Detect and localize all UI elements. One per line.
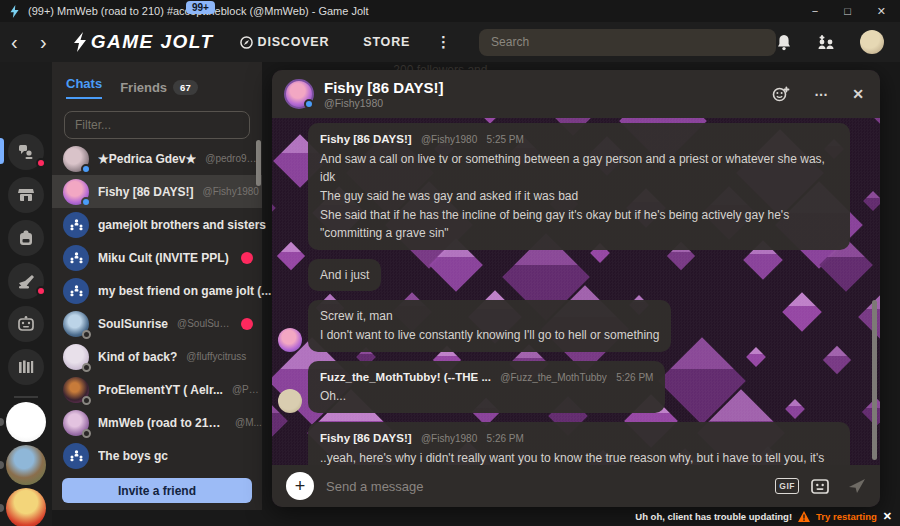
chat-header-avatar[interactable] bbox=[284, 79, 314, 109]
maximize-button[interactable]: □ bbox=[844, 6, 851, 17]
nav-back-button[interactable]: ‹ bbox=[0, 23, 29, 61]
chat-list-item-selected[interactable]: Fishy [86 DAYS!] @Fishy1980 bbox=[52, 175, 262, 208]
add-member-icon[interactable] bbox=[772, 86, 790, 102]
dismiss-status-icon[interactable]: ✕ bbox=[883, 510, 892, 523]
message-bubble: And i just bbox=[308, 259, 381, 292]
try-restarting-link[interactable]: Try restarting bbox=[816, 511, 877, 522]
friends-count-badge: 67 bbox=[173, 80, 198, 95]
user-avatar[interactable] bbox=[860, 30, 884, 54]
chat-list-item[interactable]: The boys gc bbox=[52, 439, 262, 472]
messages-list: Fishy [86 DAYS!] @Fishy1980 5:25 PM And … bbox=[272, 118, 880, 465]
top-navbar: ‹ › GAME JOLT DISCOVER STORE ⋮ bbox=[0, 22, 900, 62]
close-window-button[interactable]: ✕ bbox=[877, 6, 886, 17]
message-bubble: Fishy [86 DAYS!] @Fishy1980 5:25 PM And … bbox=[308, 123, 850, 250]
filter-box[interactable] bbox=[64, 111, 250, 139]
message-group: Fishy [86 DAYS!] @Fishy1980 5:25 PM And … bbox=[278, 123, 850, 250]
group-chat-icon bbox=[63, 245, 89, 271]
window-titlebar: (99+) MmWeb (road to 210) #acceptthebloc… bbox=[0, 0, 900, 22]
chat-list-item[interactable]: MmWeb (road to 210) ... @M... bbox=[52, 406, 262, 439]
gamejolt-logo[interactable]: GAME JOLT bbox=[72, 31, 214, 53]
message-bubble: Fuzz_the_MothTubby! (--THE ... @Fuzz_the… bbox=[308, 361, 665, 413]
online-dot bbox=[81, 197, 91, 207]
chat-message-area: Fishy [86 DAYS!] @Fishy1980 5:25 PM And … bbox=[272, 118, 880, 465]
online-dot bbox=[304, 99, 314, 109]
tab-friends[interactable]: Friends 67 bbox=[120, 80, 198, 95]
message-group: Fuzz_the_MothTubby! (--THE ... @Fuzz_the… bbox=[278, 361, 850, 413]
message-input[interactable] bbox=[326, 479, 775, 494]
rail-library-button[interactable] bbox=[8, 349, 44, 385]
chat-list: ★Pedrica Gdev★ @pedro9d1400 Fishy [86 DA… bbox=[52, 142, 262, 472]
chats-panel: Chats Friends 67 ★Pedrica Gdev★ @pedro9d… bbox=[52, 62, 262, 510]
rail-shop-button[interactable] bbox=[8, 177, 44, 213]
more-options-icon[interactable]: ⋯ bbox=[814, 87, 828, 101]
nav-kebab-menu[interactable]: ⋮ bbox=[436, 33, 451, 51]
rail-divider bbox=[14, 396, 38, 398]
filter-input[interactable] bbox=[75, 118, 239, 132]
chat-list-item[interactable]: Miku Cult (INVITE PPL) bbox=[52, 241, 262, 274]
search-bar[interactable] bbox=[479, 29, 776, 56]
message-group: Fishy [86 DAYS!] @Fishy1980 5:26 PM ..ye… bbox=[278, 422, 850, 465]
chat-list-item[interactable]: my best friend on game jolt (... bbox=[52, 274, 262, 307]
group-chat-icon bbox=[63, 212, 89, 238]
nav-forward-button[interactable]: › bbox=[29, 23, 58, 61]
chat-avatar bbox=[63, 410, 89, 436]
chat-avatar bbox=[63, 344, 89, 370]
robot-head-icon bbox=[16, 315, 36, 333]
storefront-icon bbox=[16, 185, 36, 205]
invite-friend-button[interactable]: Invite a friend bbox=[62, 478, 252, 503]
nav-store[interactable]: STORE bbox=[363, 35, 410, 49]
notifications-bell-icon[interactable] bbox=[776, 34, 792, 51]
notification-count-badge: 99+ bbox=[186, 1, 215, 14]
message-bubble: Fishy [86 DAYS!] @Fishy1980 5:26 PM ..ye… bbox=[308, 422, 850, 465]
sticker-picker-icon[interactable] bbox=[811, 478, 830, 495]
chat-handle: @Fishy1980 bbox=[324, 97, 443, 109]
search-input[interactable] bbox=[491, 35, 764, 49]
nav-discover[interactable]: DISCOVER bbox=[240, 35, 330, 49]
chat-title: Fishy [86 DAYS!] bbox=[324, 79, 443, 96]
chat-list-item[interactable]: ★Pedrica Gdev★ @pedro9d1400 bbox=[52, 142, 262, 175]
update-status-bar: Uh oh, client has trouble updating! Try … bbox=[635, 510, 892, 523]
chat-list-scrollbar[interactable] bbox=[256, 140, 261, 186]
close-chat-icon[interactable]: ✕ bbox=[852, 87, 864, 101]
status-message: Uh oh, client has trouble updating! bbox=[635, 511, 792, 522]
active-rail-indicator bbox=[0, 138, 4, 164]
chat-bubble-person-icon bbox=[16, 142, 36, 162]
group-chat-icon bbox=[63, 443, 89, 469]
minimize-button[interactable]: − bbox=[812, 6, 818, 17]
app-bolt-icon bbox=[8, 5, 21, 18]
message-avatar[interactable] bbox=[278, 328, 302, 352]
chat-avatar bbox=[63, 179, 89, 205]
rail-avatar-indicator bbox=[0, 418, 4, 426]
warning-triangle-icon bbox=[798, 511, 810, 522]
offline-ring bbox=[82, 396, 91, 405]
friend-requests-icon[interactable] bbox=[816, 34, 836, 50]
unread-dot bbox=[241, 318, 253, 330]
message-group: Screw it, man I don't want to live const… bbox=[278, 300, 850, 351]
messages-scrollbar[interactable] bbox=[872, 300, 877, 460]
rail-backpack-button[interactable] bbox=[8, 220, 44, 256]
message-input-bar: + GIF bbox=[272, 465, 880, 507]
left-rail bbox=[0, 62, 52, 526]
backpack-icon bbox=[17, 228, 35, 248]
chat-window: Fishy [86 DAYS!] @Fishy1980 ⋯ ✕ Fishy [8… bbox=[272, 70, 880, 507]
group-chat-icon bbox=[63, 278, 89, 304]
chat-avatar bbox=[63, 377, 89, 403]
send-message-icon[interactable] bbox=[848, 478, 866, 494]
rail-friend-avatar[interactable] bbox=[6, 488, 46, 526]
chat-list-item[interactable]: Kind of back? @fluffycitruss bbox=[52, 340, 262, 373]
rail-chats-unread-dot bbox=[36, 158, 46, 168]
chat-list-item[interactable]: ProElementYT ( Aelr... @ProEl... bbox=[52, 373, 262, 406]
gif-picker-icon[interactable]: GIF bbox=[775, 478, 799, 494]
online-dot bbox=[81, 164, 91, 174]
rail-friend-avatar[interactable] bbox=[6, 402, 46, 442]
chat-list-item[interactable]: gamejolt brothers and sisters bbox=[52, 208, 262, 241]
rail-friend-avatar[interactable] bbox=[6, 445, 46, 485]
rail-avatar-indicator bbox=[0, 461, 4, 469]
message-avatar[interactable] bbox=[278, 389, 302, 413]
chat-list-item[interactable]: SoulSunrise @SoulSunrise bbox=[52, 307, 262, 340]
logo-bolt-icon bbox=[72, 32, 88, 52]
attach-plus-button[interactable]: + bbox=[286, 472, 314, 500]
tab-chats[interactable]: Chats bbox=[66, 76, 102, 99]
offline-ring bbox=[82, 330, 91, 339]
rail-bot-button[interactable] bbox=[8, 306, 44, 342]
